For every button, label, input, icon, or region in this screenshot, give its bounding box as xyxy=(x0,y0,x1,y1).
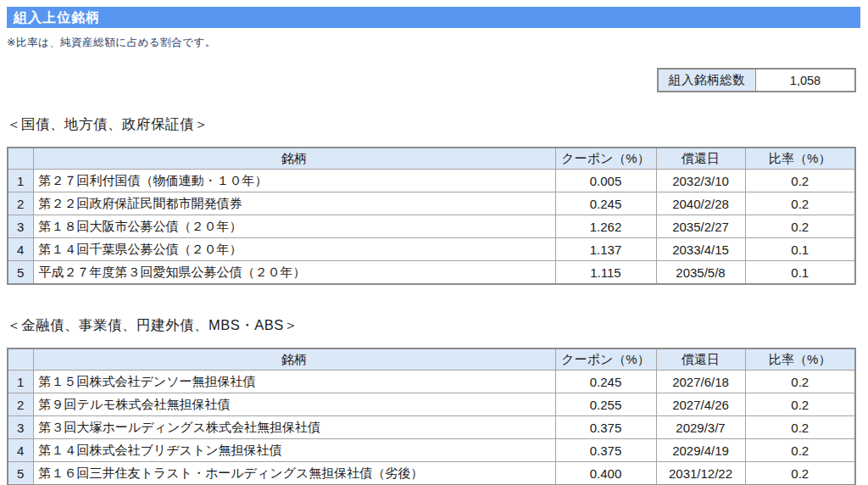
cell-coupon: 0.400 xyxy=(555,462,656,485)
header-coupon: クーポン（%） xyxy=(555,348,656,371)
section-title-government-bonds: ＜国債、地方債、政府保証債＞ xyxy=(7,115,868,134)
cell-no: 2 xyxy=(8,393,33,416)
cell-ratio: 0.2 xyxy=(745,215,855,238)
cell-coupon: 0.005 xyxy=(555,170,656,192)
cell-maturity: 2027/6/18 xyxy=(656,371,745,393)
ratio-footnote: ※比率は、純資産総額に占める割合です。 xyxy=(7,36,868,50)
cell-ratio: 0.1 xyxy=(745,238,855,261)
cell-maturity: 2032/3/10 xyxy=(656,170,745,192)
cell-name: 第９回テルモ株式会社無担保社債 xyxy=(33,393,555,416)
cell-name: 平成２７年度第３回愛知県公募公債（２０年） xyxy=(33,261,555,285)
total-holdings-label: 組入銘柄総数 xyxy=(659,70,756,91)
header-maturity: 償還日 xyxy=(656,348,745,371)
header-name: 銘柄 xyxy=(33,348,555,371)
cell-no: 1 xyxy=(8,371,33,393)
header-name: 銘柄 xyxy=(33,148,555,170)
cell-maturity: 2033/4/15 xyxy=(656,238,745,261)
table-header-row: 銘柄 クーポン（%） 償還日 比率（%） xyxy=(8,148,855,170)
total-holdings-value: 1,058 xyxy=(756,70,854,91)
cell-ratio: 0.2 xyxy=(745,393,855,416)
header-ratio: 比率（%） xyxy=(745,348,855,371)
cell-ratio: 0.2 xyxy=(745,192,855,215)
cell-coupon: 1.115 xyxy=(555,261,656,285)
cell-no: 2 xyxy=(8,192,33,215)
fund-holdings-page: 組入上位銘柄 ※比率は、純資産総額に占める割合です。 組入銘柄総数 1,058 … xyxy=(0,0,868,485)
table-row: 3第３回大塚ホールディングス株式会社無担保社債0.3752029/3/70.2 xyxy=(8,416,855,439)
header-no xyxy=(8,348,33,371)
table-row: 4第１４回千葉県公募公債（２０年）1.1372033/4/150.1 xyxy=(8,238,855,261)
cell-name: 第１８回大阪市公募公債（２０年） xyxy=(33,215,555,238)
cell-maturity: 2029/4/19 xyxy=(656,439,745,462)
table-row: 4第１４回株式会社ブリヂストン無担保社債0.3752029/4/190.2 xyxy=(8,439,855,462)
cell-maturity: 2027/4/26 xyxy=(656,393,745,416)
cell-no: 1 xyxy=(8,170,33,192)
cell-coupon: 0.255 xyxy=(555,393,656,416)
table-row: 5第１６回三井住友トラスト・ホールディングス無担保社債（劣後）0.4002031… xyxy=(8,462,855,485)
cell-name: 第１６回三井住友トラスト・ホールディングス無担保社債（劣後） xyxy=(33,462,555,485)
cell-name: 第１５回株式会社デンソー無担保社債 xyxy=(33,371,555,393)
cell-name: 第２２回政府保証民間都市開発債券 xyxy=(33,192,555,215)
cell-maturity: 2035/5/8 xyxy=(656,261,745,285)
cell-maturity: 2035/2/27 xyxy=(656,215,745,238)
cell-name: 第１４回千葉県公募公債（２０年） xyxy=(33,238,555,261)
cell-ratio: 0.2 xyxy=(745,371,855,393)
cell-name: 第３回大塚ホールディングス株式会社無担保社債 xyxy=(33,416,555,439)
total-holdings-wrap: 組入銘柄総数 1,058 xyxy=(7,68,856,92)
cell-coupon: 0.375 xyxy=(555,416,656,439)
cell-maturity: 2031/12/22 xyxy=(656,462,745,485)
cell-no: 5 xyxy=(8,261,33,285)
cell-ratio: 0.2 xyxy=(745,462,855,485)
section-header-top-holdings: 組入上位銘柄 xyxy=(7,7,860,28)
table-header-row: 銘柄 クーポン（%） 償還日 比率（%） xyxy=(8,348,855,371)
government-bonds-table: 銘柄 クーポン（%） 償還日 比率（%） 1第２７回利付国債（物価連動・１０年）… xyxy=(7,147,856,285)
cell-ratio: 0.2 xyxy=(745,439,855,462)
cell-no: 4 xyxy=(8,238,33,261)
table-row: 2第９回テルモ株式会社無担保社債0.2552027/4/260.2 xyxy=(8,393,855,416)
table-row: 5平成２７年度第３回愛知県公募公債（２０年）1.1152035/5/80.1 xyxy=(8,261,855,285)
table-row: 2第２２回政府保証民間都市開発債券0.2452040/2/280.2 xyxy=(8,192,855,215)
cell-ratio: 0.2 xyxy=(745,416,855,439)
section-title-corporate-bonds: ＜金融債、事業債、円建外債、MBS・ABS＞ xyxy=(7,316,868,335)
table-row: 1第１５回株式会社デンソー無担保社債0.2452027/6/180.2 xyxy=(8,371,855,393)
cell-coupon: 1.262 xyxy=(555,215,656,238)
cell-name: 第１４回株式会社ブリヂストン無担保社債 xyxy=(33,439,555,462)
header-coupon: クーポン（%） xyxy=(555,148,656,170)
cell-no: 3 xyxy=(8,416,33,439)
cell-maturity: 2029/3/7 xyxy=(656,416,745,439)
header-ratio: 比率（%） xyxy=(745,148,855,170)
cell-coupon: 0.245 xyxy=(555,371,656,393)
cell-no: 5 xyxy=(8,462,33,485)
cell-ratio: 0.2 xyxy=(745,170,855,192)
table-row: 1第２７回利付国債（物価連動・１０年）0.0052032/3/100.2 xyxy=(8,170,855,192)
cell-coupon: 0.245 xyxy=(555,192,656,215)
cell-name: 第２７回利付国債（物価連動・１０年） xyxy=(33,170,555,192)
header-maturity: 償還日 xyxy=(656,148,745,170)
cell-ratio: 0.1 xyxy=(745,261,855,285)
cell-maturity: 2040/2/28 xyxy=(656,192,745,215)
header-no xyxy=(8,148,33,170)
table-row: 3第１８回大阪市公募公債（２０年）1.2622035/2/270.2 xyxy=(8,215,855,238)
total-holdings-box: 組入銘柄総数 1,058 xyxy=(657,68,856,92)
cell-no: 4 xyxy=(8,439,33,462)
corporate-bonds-table: 銘柄 クーポン（%） 償還日 比率（%） 1第１５回株式会社デンソー無担保社債0… xyxy=(7,348,856,485)
cell-no: 3 xyxy=(8,215,33,238)
cell-coupon: 1.137 xyxy=(555,238,656,261)
cell-coupon: 0.375 xyxy=(555,439,656,462)
